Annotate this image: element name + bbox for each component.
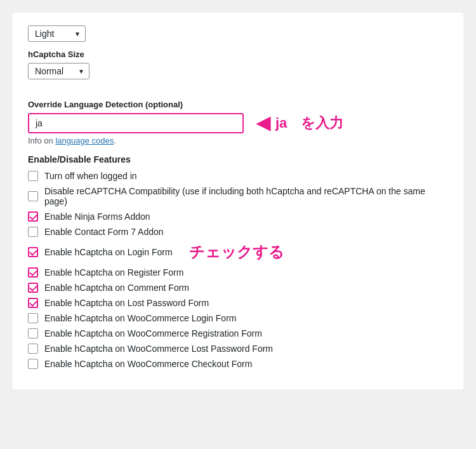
checkbox-label-cb1[interactable]: Turn off when logged in (44, 171, 137, 181)
size-section: hCaptcha Size Normal Compact ▼ (28, 50, 448, 90)
input-annotation: ◀ ja を入力 (256, 114, 343, 133)
check-annotation-text: チェックする (189, 242, 284, 262)
language-label: Override Language Detection (optional) (28, 100, 448, 109)
checkbox-label-cb12[interactable]: Enable hCaptcha on WooCommerce Checkout … (44, 359, 252, 369)
checkbox-cb12[interactable] (28, 359, 38, 369)
theme-select-wrapper: Light Dark Invisible ▼ (28, 25, 86, 42)
checkbox-item: Enable hCaptcha on Comment Form (28, 283, 448, 293)
checkbox-label-cb9[interactable]: Enable hCaptcha on WooCommerce Login For… (44, 313, 236, 323)
language-input[interactable] (28, 113, 244, 133)
checkbox-item: Enable Contact Form 7 Addon (28, 227, 448, 237)
checkbox-label-cb2[interactable]: Disable reCAPTCHA Compatibility (use if … (44, 186, 448, 206)
checkbox-item: Enable hCaptcha on Lost Password Form (28, 298, 448, 308)
language-input-row: ◀ ja を入力 (28, 113, 448, 133)
theme-select[interactable]: Light Dark Invisible (28, 25, 86, 42)
checkbox-cb2[interactable] (28, 191, 38, 201)
checkbox-item: Enable hCaptcha on Login Formチェックする (28, 242, 448, 262)
checkbox-label-cb11[interactable]: Enable hCaptcha on WooCommerce Lost Pass… (44, 344, 273, 354)
checkbox-label-cb7[interactable]: Enable hCaptcha on Comment Form (44, 283, 189, 293)
checkbox-label-cb10[interactable]: Enable hCaptcha on WooCommerce Registrat… (44, 328, 262, 338)
checkbox-item: Enable hCaptcha on WooCommerce Checkout … (28, 359, 448, 369)
checkbox-item: Enable hCaptcha on WooCommerce Lost Pass… (28, 344, 448, 354)
helper-prefix: Info on (28, 136, 55, 145)
check-annotation: チェックする (189, 242, 284, 262)
input-annotation-text: ja を入力 (275, 114, 343, 133)
checkbox-item: Disable reCAPTCHA Compatibility (use if … (28, 186, 448, 206)
size-select-wrapper: Normal Compact ▼ (28, 63, 89, 79)
checkbox-label-cb8[interactable]: Enable hCaptcha on Lost Password Form (44, 298, 209, 308)
checkbox-cb4[interactable] (28, 227, 38, 237)
checkbox-item: Turn off when logged in (28, 171, 448, 181)
checkbox-item: Enable Ninja Forms Addon (28, 211, 448, 222)
language-codes-link[interactable]: language codes (55, 136, 114, 145)
checkboxes-container: Turn off when logged inDisable reCAPTCHA… (28, 171, 448, 369)
helper-suffix: . (114, 136, 116, 145)
language-section: Override Language Detection (optional) ◀… (28, 100, 448, 133)
checkbox-item: Enable hCaptcha on WooCommerce Login For… (28, 313, 448, 323)
arrow-left-icon: ◀ (256, 114, 270, 132)
checkbox-cb1[interactable] (28, 171, 38, 181)
checkbox-cb9[interactable] (28, 313, 38, 323)
checkbox-cb10[interactable] (28, 328, 38, 338)
helper-text: Info on language codes. (28, 136, 448, 145)
checkbox-cb6[interactable] (28, 267, 38, 278)
checkbox-cb11[interactable] (28, 344, 38, 354)
checkbox-label-cb3[interactable]: Enable Ninja Forms Addon (44, 211, 150, 222)
checkbox-cb7[interactable] (28, 283, 38, 293)
checkbox-cb5[interactable] (28, 247, 38, 257)
checkbox-cb8[interactable] (28, 298, 38, 308)
size-select[interactable]: Normal Compact (28, 63, 89, 79)
checkbox-label-cb4[interactable]: Enable Contact Form 7 Addon (44, 227, 164, 237)
checkbox-label-cb6[interactable]: Enable hCaptcha on Register Form (44, 267, 183, 278)
checkbox-label-cb5[interactable]: Enable hCaptcha on Login Form (44, 247, 173, 257)
features-label: Enable/Disable Features (28, 154, 448, 164)
checkbox-item: Enable hCaptcha on Register Form (28, 267, 448, 278)
settings-panel: Light Dark Invisible ▼ hCaptcha Size Nor… (13, 13, 463, 389)
size-label: hCaptcha Size (28, 50, 448, 59)
checkbox-item: Enable hCaptcha on WooCommerce Registrat… (28, 328, 448, 338)
checkbox-cb3[interactable] (28, 211, 38, 222)
